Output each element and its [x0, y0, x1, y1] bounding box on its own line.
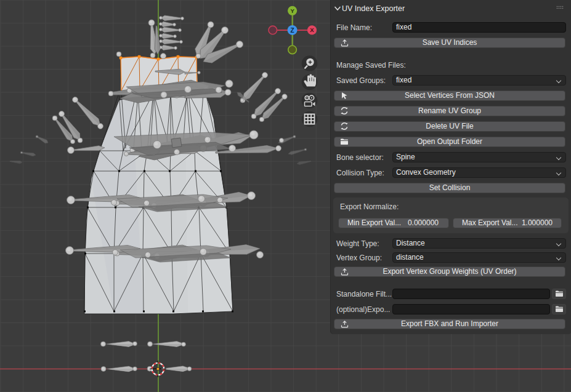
svg-text:X: X: [310, 26, 314, 33]
svg-text:Z: Z: [291, 27, 294, 34]
svg-text:Y: Y: [290, 7, 294, 14]
